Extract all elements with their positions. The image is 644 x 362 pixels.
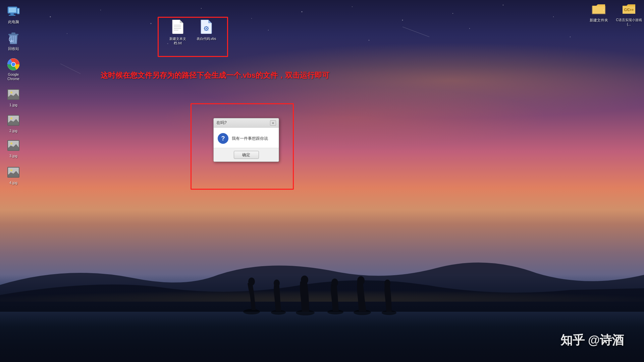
desktop-icon-this-pc[interactable]: 此电脑 bbox=[0, 3, 27, 25]
question-icon: ? bbox=[218, 133, 228, 144]
desktop-file-txt[interactable]: 新建文本文档.txt bbox=[164, 18, 191, 47]
c-game-icon: C/C++ bbox=[622, 3, 636, 16]
instruction-text: 这时候在您文件另存为的路径下会生成一个.vbs的文件，双击运行即可 bbox=[101, 70, 329, 80]
dialog-close-button[interactable]: × bbox=[270, 120, 276, 126]
svg-rect-17 bbox=[17, 9, 19, 13]
svg-point-29 bbox=[10, 92, 12, 94]
c-game-label: C语言实现小游戏 (... bbox=[615, 18, 643, 26]
desktop-icon-img1[interactable]: 1.jpg bbox=[0, 86, 27, 109]
svg-rect-15 bbox=[9, 15, 15, 16]
vbs-file-icon bbox=[200, 20, 212, 35]
svg-rect-51 bbox=[204, 28, 205, 29]
img3-icon bbox=[7, 139, 20, 152]
svg-rect-52 bbox=[208, 28, 209, 29]
img3-label: 3.jpg bbox=[9, 154, 17, 158]
desktop-icon-c-game[interactable]: C/C++ C语言实现小游戏 (... bbox=[614, 2, 644, 28]
img1-icon bbox=[7, 88, 20, 101]
desktop-icon-img2[interactable]: 2.jpg bbox=[0, 112, 27, 134]
svg-point-33 bbox=[10, 117, 12, 119]
this-pc-icon bbox=[7, 5, 20, 18]
vbs-file-label: 表白代码.vbs bbox=[197, 37, 216, 41]
dialog-footer: 确定 bbox=[214, 148, 279, 162]
dialog-window: 在吗? × ? 我有一件事想跟你说 确定 bbox=[213, 118, 279, 162]
recycle-bin-icon bbox=[7, 32, 20, 45]
this-pc-label: 此电脑 bbox=[8, 19, 19, 24]
dialog-titlebar: 在吗? × bbox=[214, 118, 279, 128]
silhouette-band bbox=[0, 275, 644, 362]
svg-rect-14 bbox=[10, 13, 14, 15]
dialog-title: 在吗? bbox=[216, 120, 227, 126]
dialog-body: ? 我有一件事想跟你说 bbox=[214, 128, 279, 148]
desktop-icon-chrome[interactable]: GoogleChrome bbox=[0, 56, 27, 82]
svg-text:C/C++: C/C++ bbox=[624, 8, 634, 12]
recycle-bin-label: 回收站 bbox=[8, 46, 19, 51]
img2-label: 2.jpg bbox=[9, 128, 17, 133]
svg-point-37 bbox=[10, 142, 12, 144]
txt-file-label: 新建文本文档.txt bbox=[169, 37, 186, 45]
desktop-icon-img3[interactable]: 3.jpg bbox=[0, 137, 27, 160]
svg-point-41 bbox=[10, 169, 12, 171]
img4-icon bbox=[7, 166, 20, 179]
watermark: 知乎 @诗酒 bbox=[560, 332, 624, 349]
new-folder-icon bbox=[592, 3, 606, 16]
svg-rect-49 bbox=[206, 26, 207, 27]
svg-point-25 bbox=[12, 63, 15, 66]
desktop-file-vbs[interactable]: 表白代码.vbs bbox=[193, 18, 220, 42]
chrome-icon bbox=[7, 58, 20, 71]
chrome-label: GoogleChrome bbox=[7, 72, 19, 81]
svg-line-22 bbox=[15, 36, 16, 43]
desktop-icon-img4[interactable]: 4.jpg bbox=[0, 164, 27, 186]
txt-file-icon bbox=[172, 20, 184, 35]
new-folder-label: 新建文件夹 bbox=[590, 18, 608, 22]
svg-rect-19 bbox=[11, 33, 15, 34]
img1-label: 1.jpg bbox=[9, 103, 17, 107]
dialog-ok-button[interactable]: 确定 bbox=[234, 151, 259, 159]
svg-rect-50 bbox=[206, 30, 207, 31]
desktop-icon-new-folder[interactable]: 新建文件夹 bbox=[584, 2, 614, 24]
dialog-message: 我有一件事想跟你说 bbox=[232, 136, 268, 141]
img2-icon bbox=[7, 114, 20, 127]
svg-rect-13 bbox=[9, 8, 16, 12]
desktop-icon-recycle-bin[interactable]: 回收站 bbox=[0, 30, 27, 52]
img4-label: 4.jpg bbox=[9, 180, 17, 185]
svg-point-48 bbox=[206, 28, 207, 29]
